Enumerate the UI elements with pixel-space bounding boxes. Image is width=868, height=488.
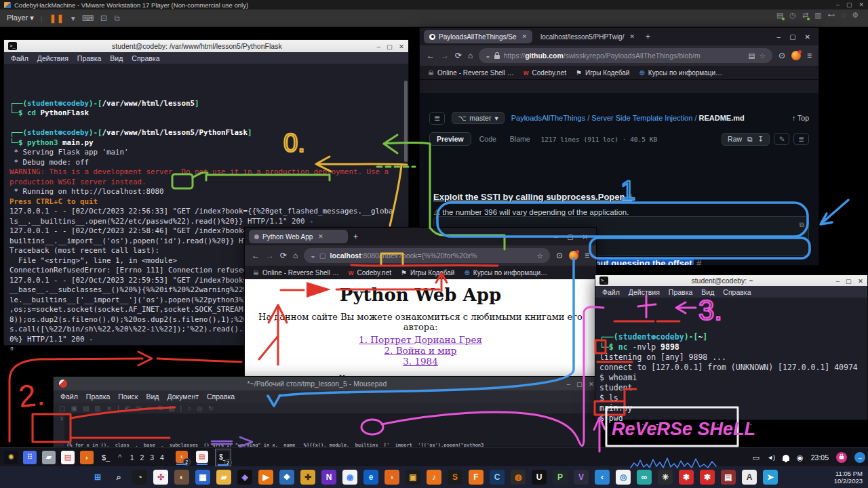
shield-icon[interactable]: ◒ — [311, 251, 315, 260]
chevron-up-icon[interactable]: ^ — [118, 453, 122, 462]
toolbar-icon[interactable]: ◎ — [197, 405, 203, 412]
firefox-icon[interactable]: ◗ — [80, 451, 94, 464]
window-controls[interactable]: – ▢ ✕ — [377, 43, 404, 50]
app-grid-icon[interactable]: ⠿ — [23, 451, 37, 464]
display-icon[interactable]: ▭ — [753, 453, 760, 462]
maximize-icon[interactable]: ▢ — [789, 33, 795, 41]
toolbar-icon[interactable]: ✂ — [147, 405, 153, 412]
book-link[interactable]: 2. Война и мир — [245, 345, 596, 356]
bookmark-item[interactable]: ☠Online - Reverse Shell … — [253, 269, 339, 277]
scrollbar[interactable] — [404, 81, 408, 162]
tab-localhost-phptwig[interactable]: localhost/lesson5/PHPTwig/ ✕ — [535, 30, 640, 43]
bookmark-item[interactable]: ☠Online - Reverse Shell … — [428, 69, 514, 77]
toolbar-icon[interactable]: ✕ — [106, 405, 112, 412]
book-link[interactable]: 3. 1984 — [245, 356, 596, 367]
menu-icon[interactable]: ≡ — [585, 251, 589, 260]
minimize-icon[interactable]: – — [555, 233, 559, 241]
menu-item[interactable]: Документ — [167, 392, 199, 401]
toolbar-icon[interactable]: ▤ — [83, 405, 89, 412]
menu-item[interactable]: Вид — [146, 392, 159, 401]
menu-item[interactable]: Правка — [86, 392, 110, 401]
maximize-icon[interactable]: ▢ — [387, 43, 393, 50]
spider-icon[interactable]: ✳ — [658, 470, 673, 485]
download-icon[interactable]: ↧ — [758, 135, 764, 144]
firefox-account-icon[interactable] — [791, 51, 801, 60]
volume-icon[interactable]: ◄) — [767, 454, 775, 461]
pocket-icon[interactable]: ⊙ — [556, 251, 563, 260]
bookmark-item[interactable]: wCodeby.net — [349, 269, 391, 277]
mousepad-editor[interactable]: 1 {% for x in ().__class__.__base__.__su… — [54, 413, 599, 447]
editor-text[interactable]: {% for x in ().__class__.__base__.__subc… — [64, 413, 484, 447]
fl-studio-icon[interactable]: ♪ — [427, 470, 441, 485]
settings-red-icon[interactable]: ✱ — [679, 470, 694, 485]
maximize-icon[interactable]: ▢ — [846, 277, 852, 285]
notification-bell-icon[interactable] — [783, 455, 789, 461]
mousepad-titlebar[interactable]: *~/Рабочий стол/tmp_lesson_5 - Mousepad … — [54, 377, 599, 390]
terminal-titlebar[interactable]: >_ student@codeby: ~ – ▢ ✕ — [595, 275, 867, 286]
view-tabs[interactable]: PreviewCodeBlame — [429, 132, 536, 146]
bookmark-item[interactable]: ⊕Курсы по информаци… — [639, 69, 722, 77]
close-icon[interactable]: ✕ — [858, 277, 863, 285]
telegram-icon[interactable]: ➤ — [763, 470, 778, 485]
edit-pencil-icon[interactable]: ✎ — [774, 133, 789, 145]
terminal-icon[interactable]: $_ — [99, 451, 113, 464]
new-tab-button[interactable]: + — [353, 232, 358, 241]
back-icon[interactable]: ← — [427, 51, 435, 60]
chrome-profile-icon[interactable]: A — [742, 470, 757, 485]
mousepad-icon[interactable]: ▤ — [61, 451, 75, 464]
back-icon[interactable]: ← — [252, 251, 260, 260]
pocket-icon[interactable]: ⊙ — [778, 51, 785, 60]
menu-item[interactable]: Действия — [629, 288, 660, 296]
vscode-icon[interactable]: ‹ — [595, 470, 610, 485]
bookmark-item[interactable]: ⊕Курсы по информаци… — [464, 269, 547, 277]
sidebar-toggle-icon[interactable]: ≣ — [429, 112, 445, 125]
breadcrumb-segment[interactable]: / — [585, 114, 591, 122]
menu-icon[interactable]: ≡ — [807, 51, 812, 60]
vmware-cube-icon[interactable]: ❖ — [279, 470, 294, 485]
menu-item[interactable]: Справка — [723, 288, 751, 296]
device-status-icon[interactable]: ◷ — [789, 11, 796, 20]
tab-python-web-app[interactable]: Python Web App ✕ — [249, 230, 348, 243]
device-status-icon[interactable]: ▥ — [814, 11, 821, 20]
close-icon[interactable]: ✕ — [859, 1, 864, 8]
toolbar-icon[interactable]: ▢ — [59, 405, 65, 412]
outline-icon[interactable]: ≣ — [793, 133, 809, 145]
davinci-icon[interactable]: ▣ — [406, 470, 420, 485]
home-icon[interactable]: ⌂ — [293, 251, 298, 260]
book-links[interactable]: 1. Портрет Дориана Грея2. Война и мир3. … — [245, 334, 596, 367]
slack-icon[interactable]: ✣ — [153, 470, 168, 485]
new-tab-button[interactable]: + — [646, 32, 650, 41]
windows-clock[interactable]: 11:05 PM 10/2/2023 — [834, 470, 863, 485]
tab-close-icon[interactable]: ✕ — [522, 33, 528, 40]
minimize-icon[interactable]: – — [377, 43, 380, 50]
forward-icon[interactable]: → — [266, 251, 274, 260]
power-icon[interactable]: ◉ — [797, 453, 804, 462]
visual-studio-icon[interactable]: V — [574, 470, 589, 485]
raw-button[interactable]: Raw⧉↧ — [722, 133, 770, 146]
toolbar-icon[interactable]: | — [180, 405, 182, 412]
copy-icon[interactable]: ⧉ — [747, 135, 753, 144]
vm-taskbar-running[interactable]: ◗ 2 ▤ $_ 2 — [174, 449, 231, 466]
toolbar-icon[interactable]: ↷ — [136, 405, 141, 412]
view-tab[interactable]: Blame — [505, 133, 536, 145]
device-status-icon[interactable]: ⚙ — [852, 11, 859, 20]
cinema4d-icon[interactable]: C — [490, 470, 505, 485]
window-controls[interactable]: – ▢ ✕ — [567, 380, 594, 388]
branch-selector[interactable]: ⌥master▾ — [452, 112, 504, 124]
breadcrumb[interactable]: PayloadsAllTheThings / Server Side Templ… — [511, 114, 745, 122]
minimize-icon[interactable]: – — [777, 33, 781, 41]
anchor-link-icon[interactable]: # — [627, 192, 632, 202]
fullscreen-icon[interactable]: ⊡ — [100, 14, 107, 23]
device-status-icon[interactable]: ▤ — [776, 11, 783, 20]
reload-icon[interactable]: ⟳ — [280, 251, 287, 260]
url-bar[interactable]: ◒ https://github.com/swisskyrepo/Payload… — [479, 48, 772, 63]
maximize-icon[interactable]: ▢ — [567, 233, 573, 241]
tab-close-icon[interactable]: ✕ — [629, 33, 635, 40]
tab-payloadsallthethings[interactable]: PayloadsAllTheThings/Se ✕ — [424, 30, 532, 43]
vmware-window-controls[interactable]: – ▢ ✕ — [836, 1, 864, 8]
toolbar-icon[interactable]: ▧ — [168, 405, 174, 412]
breadcrumb-segment[interactable]: PayloadsAllTheThings — [511, 114, 585, 122]
terminal-titlebar[interactable]: >_ student@codeby: /var/www/html/lesson5… — [4, 40, 408, 52]
device-status-icon[interactable]: ◌ — [842, 11, 846, 20]
suspend-caret-icon[interactable]: ▾ — [71, 14, 75, 23]
